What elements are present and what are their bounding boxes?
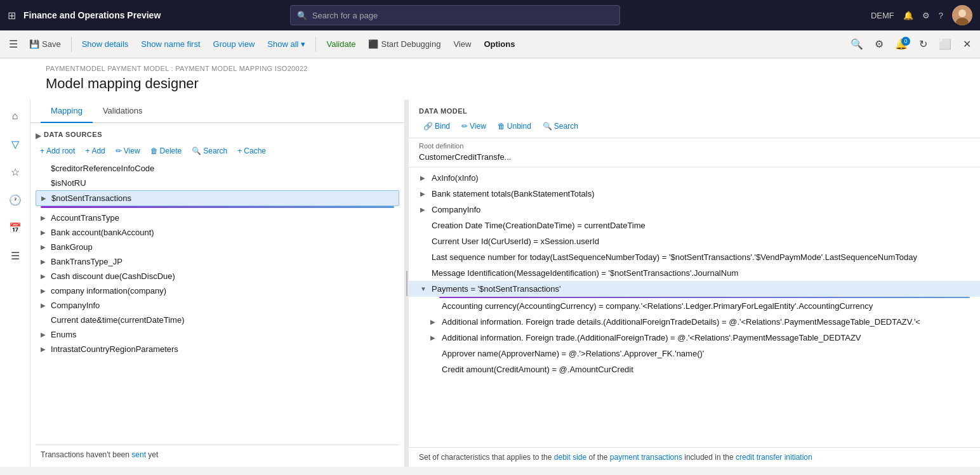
dm-item-currentuserid[interactable]: Current User Id(CurUserId) = xSession.us… <box>409 233 980 249</box>
dm-item-lastseqnum[interactable]: Last sequence number for today(LastSeque… <box>409 249 980 265</box>
tree-item-companyinfo2[interactable]: ▶ company information(company) <box>36 283 399 298</box>
tab-validations[interactable]: Validations <box>93 100 153 123</box>
tabs-container: Mapping Validations <box>30 100 404 123</box>
banktranstype-text: BankTransType_JP <box>51 257 394 266</box>
dm-item-addlfortradedetails[interactable]: ▶ Additional information. Foreign trade … <box>409 314 980 330</box>
star-icon-btn[interactable]: ☆ <box>4 160 27 183</box>
companyinfo-text: CompanyInfo <box>51 301 394 310</box>
dm-item-bankstatement[interactable]: ▶ Bank statement totals(BankStatementTot… <box>409 186 980 202</box>
validate-label: Validate <box>326 39 355 49</box>
data-sources-section: ▶ DATA SOURCES + Add root + Add ✏ View 🗑 <box>30 123 404 467</box>
settings-icon-btn[interactable]: ⚙ <box>871 36 887 53</box>
search-icon: 🔍 <box>297 11 307 20</box>
validate-button[interactable]: Validate <box>321 37 361 51</box>
bell-icon[interactable]: 🔔 <box>903 11 913 20</box>
root-definition-label: Root definition <box>409 138 980 151</box>
page-title-container: Model mapping designer <box>0 73 980 100</box>
show-all-button[interactable]: Show all ▾ <box>262 37 310 51</box>
clock-icon-btn[interactable]: 🕐 <box>4 188 27 211</box>
app-grid-icon[interactable]: ⊞ <box>8 10 16 22</box>
view-button[interactable]: View <box>448 37 476 51</box>
toolbar-right: 🔍 ⚙ 🔔0 ↻ ⬜ ✕ <box>847 36 975 53</box>
add-icon: + <box>85 146 89 155</box>
calendar-icon-btn[interactable]: 📅 <box>4 216 27 239</box>
tree-item-creditor[interactable]: $creditorReferenceInfoCode <box>36 161 399 176</box>
start-debugging-label: Start Debugging <box>381 39 440 49</box>
help-icon[interactable]: ? <box>939 11 943 20</box>
debug-icon: ⬛ <box>368 39 378 49</box>
delete-label-ds: Delete <box>160 146 182 155</box>
view-button-ds[interactable]: ✏ View <box>111 145 145 157</box>
tree-item-intrastat[interactable]: ▶ IntrastatCountryRegionParameters <box>36 342 399 356</box>
dm-section-title: DATA MODEL <box>409 100 980 117</box>
tree-item-enums[interactable]: ▶ Enums <box>36 327 399 342</box>
tree-item-companyinfo[interactable]: ▶ CompanyInfo <box>36 298 399 313</box>
cache-button-ds[interactable]: + Cache <box>233 145 270 157</box>
dm-item-approvername[interactable]: Approver name(ApproverName) = @.'>Relati… <box>409 346 980 361</box>
refresh-icon-btn[interactable]: ↻ <box>915 36 931 53</box>
dm-item-addlfortrade[interactable]: ▶ Additional information. Foreign trade.… <box>409 330 980 346</box>
breadcrumb: PAYMENTMODEL PAYMENT MODEL : PAYMENT MOD… <box>0 58 980 73</box>
ds-status-text: Transactions haven't been sent yet <box>41 450 158 459</box>
search-placeholder: Search for a page <box>312 11 378 20</box>
msgid-no-chevron <box>420 270 429 277</box>
bind-button[interactable]: 🔗 Bind <box>419 120 454 133</box>
cache-icon-ds: + <box>237 146 242 155</box>
add-root-label: Add root <box>46 146 75 155</box>
dm-item-creditamount[interactable]: Credit amount(CreditAmount) = @.AmountCu… <box>409 361 980 377</box>
axinfo-text: AxInfo(xInfo) <box>432 173 479 183</box>
tree-item-bankgroup[interactable]: ▶ BankGroup <box>36 240 399 254</box>
home-icon-btn[interactable]: ⌂ <box>4 105 27 127</box>
search-label-dm: Search <box>554 122 578 131</box>
show-name-first-button[interactable]: Show name first <box>136 37 205 51</box>
breadcrumb-text: PAYMENTMODEL PAYMENT MODEL : PAYMENT MOD… <box>46 65 308 72</box>
add-label: Add <box>91 146 105 155</box>
bankgroup-text: BankGroup <box>51 242 394 252</box>
user-avatar[interactable] <box>952 5 972 25</box>
tree-item-currentdatetime[interactable]: Current date&time(currentDateTime) <box>36 313 399 327</box>
dm-item-axinfo[interactable]: ▶ AxInfo(xInfo) <box>409 170 980 186</box>
search-bar[interactable]: 🔍 Search for a page <box>290 5 620 25</box>
add-root-button[interactable]: + Add root <box>36 145 79 157</box>
close-icon-btn[interactable]: ✕ <box>959 36 975 53</box>
tree-item-notsent[interactable]: ▶ $notSentTransactions <box>36 190 399 206</box>
dm-item-payments[interactable]: ▼ Payments = '$notSentTransactions' <box>409 281 980 297</box>
bind-icon: 🔗 <box>423 122 433 131</box>
start-debugging-button[interactable]: ⬛ Start Debugging <box>363 37 446 51</box>
unbind-button[interactable]: 🗑 Unbind <box>493 120 536 133</box>
dm-item-msgid[interactable]: Message Identification(MessageIdentifica… <box>409 265 980 281</box>
filter-icon-btn active[interactable]: ▽ <box>4 133 27 155</box>
group-view-button[interactable]: Group view <box>208 37 260 51</box>
msgid-text: Message Identification(MessageIdentifica… <box>432 268 738 278</box>
notsent-text: $notSentTransactions <box>51 193 394 203</box>
creditor-text: $creditorReferenceInfoCode <box>51 164 394 173</box>
tree-item-acctranstype[interactable]: ▶ AccountTransType <box>36 211 399 225</box>
dm-item-companyinfo[interactable]: ▶ CompanyInfo <box>409 202 980 218</box>
save-button[interactable]: 💾 Save <box>24 37 66 51</box>
search-button-ds[interactable]: 🔍 Search <box>187 145 232 157</box>
add-button[interactable]: + Add <box>81 145 109 157</box>
options-button[interactable]: Options <box>479 37 520 51</box>
tree-item-banktranstype[interactable]: ▶ BankTransType_JP <box>36 254 399 269</box>
hamburger-button[interactable]: ☰ <box>5 36 22 53</box>
show-details-button[interactable]: Show details <box>77 37 134 51</box>
tree-item-bankaccount[interactable]: ▶ Bank account(bankAccount) <box>36 225 399 240</box>
tab-mapping[interactable]: Mapping <box>41 100 93 123</box>
dm-item-creationdatetime[interactable]: Creation Date Time(CreationDateTime) = c… <box>409 218 980 233</box>
notifications-icon-btn[interactable]: 🔔0 <box>891 36 911 53</box>
view-button-dm[interactable]: ✏ View <box>457 120 491 133</box>
search-button-dm[interactable]: 🔍 Search <box>538 120 583 133</box>
acctranstype-text: AccountTransType <box>51 213 394 223</box>
tree-item-cashdiscount[interactable]: ▶ Cash discount due(CashDiscDue) <box>36 269 399 283</box>
search-button[interactable]: 🔍 <box>847 36 867 53</box>
bankaccount-text: Bank account(bankAccount) <box>51 228 394 237</box>
approvername-text: Approver name(ApproverName) = @.'>Relati… <box>442 349 704 358</box>
tree-item-isnotru[interactable]: $isNotRU <box>36 176 399 190</box>
delete-button-ds[interactable]: 🗑 Delete <box>146 145 187 157</box>
ds-expand-icon[interactable]: ▶ <box>36 131 41 140</box>
list-icon-btn[interactable]: ☰ <box>4 244 27 267</box>
page-title: Model mapping designer <box>46 75 199 91</box>
gear-icon[interactable]: ⚙ <box>922 11 930 20</box>
dm-item-accountingcurrency[interactable]: Accounting currency(AccountingCurrency) … <box>409 298 980 314</box>
expand-icon-btn[interactable]: ⬜ <box>935 36 955 53</box>
